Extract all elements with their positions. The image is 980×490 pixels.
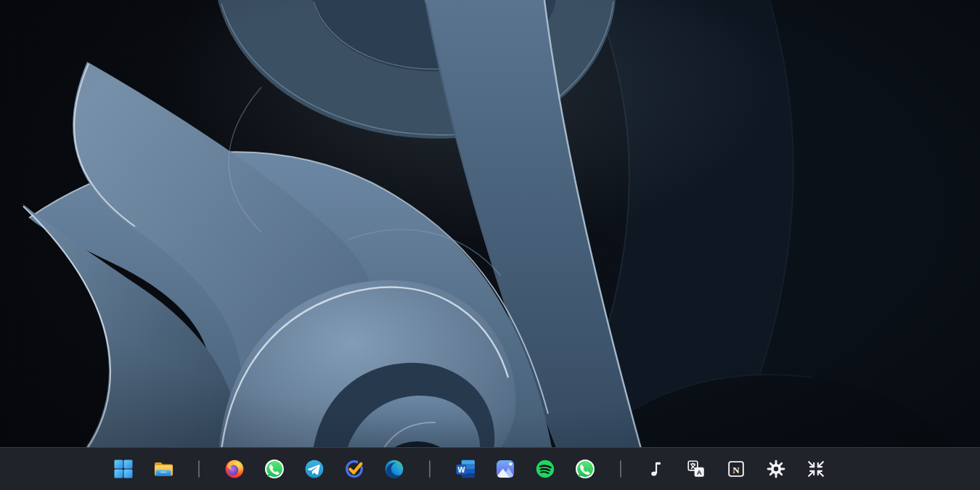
- music-note-icon: [645, 458, 667, 480]
- gear-icon: [765, 458, 787, 480]
- notion-icon: N: [725, 458, 747, 480]
- start-button[interactable]: [109, 454, 138, 483]
- telegram-button[interactable]: [300, 454, 329, 483]
- folder-icon: [152, 457, 175, 481]
- settings-gear-button[interactable]: [761, 454, 791, 483]
- taskbar-items: W: [109, 454, 830, 483]
- translate-button[interactable]: A: [682, 454, 711, 483]
- desktop-wallpaper: [0, 0, 980, 490]
- spotify-button[interactable]: [531, 454, 560, 483]
- compress-button[interactable]: [801, 454, 830, 483]
- word-icon: W: [454, 457, 477, 481]
- desktop: W: [0, 0, 980, 490]
- collapse-arrows-icon: [805, 458, 827, 480]
- telegram-icon: [303, 458, 325, 480]
- ticktick-button[interactable]: [340, 454, 369, 483]
- word-letter: W: [458, 465, 465, 474]
- windows-start-icon: [112, 457, 135, 481]
- notion-button[interactable]: N: [722, 454, 751, 483]
- whatsapp-icon: [574, 458, 596, 480]
- firefox-icon: [224, 458, 245, 480]
- photos-icon: [494, 457, 517, 481]
- word-button[interactable]: W: [451, 454, 480, 483]
- taskbar-separator: [611, 454, 631, 483]
- taskbar-separator: [420, 454, 440, 483]
- taskbar-separator: [189, 454, 209, 483]
- whatsapp-icon: [264, 458, 285, 480]
- whatsapp-button[interactable]: [260, 454, 289, 483]
- whatsapp-2-button[interactable]: [571, 454, 600, 483]
- notion-letter: N: [732, 465, 740, 475]
- firefox-button[interactable]: [220, 454, 249, 483]
- spotify-icon: [534, 458, 556, 480]
- file-explorer-button[interactable]: [149, 454, 178, 483]
- ticktick-check-icon: [343, 458, 365, 480]
- edge-button[interactable]: [380, 454, 409, 483]
- taskbar: W: [0, 447, 980, 490]
- music-app-button[interactable]: [642, 454, 671, 483]
- photos-button[interactable]: [491, 454, 520, 483]
- translate-icon: A: [685, 458, 707, 480]
- edge-icon: [383, 458, 405, 480]
- translate-letter: A: [697, 469, 702, 476]
